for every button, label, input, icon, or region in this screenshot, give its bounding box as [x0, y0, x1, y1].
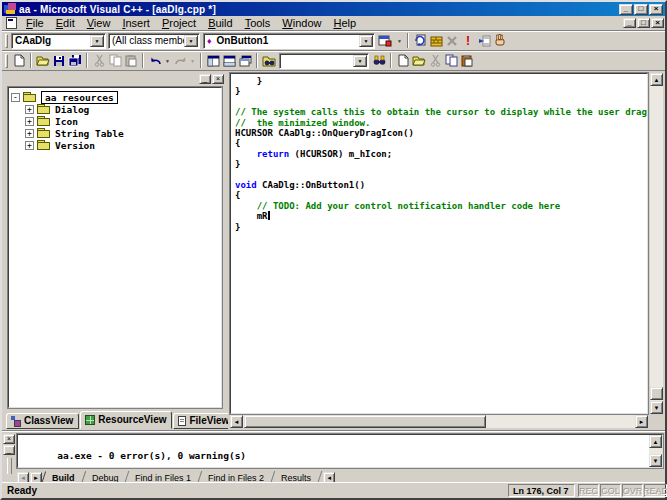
scrollbar-thumb[interactable] — [650, 387, 663, 400]
chevron-down-icon[interactable]: ▼ — [184, 35, 198, 47]
expand-icon[interactable]: + — [25, 117, 34, 126]
members-filter-combo[interactable]: (All class members) ▼ — [108, 33, 200, 49]
output-toggle-button[interactable] — [221, 52, 237, 69]
copy-button[interactable] — [107, 52, 123, 69]
find-in-files-button[interactable] — [261, 52, 277, 69]
scroll-left-icon[interactable]: ◄ — [230, 415, 243, 428]
extra-new-button[interactable] — [395, 52, 411, 69]
go-button[interactable] — [476, 32, 492, 49]
wizard-dropdown-icon[interactable]: ▼ — [395, 32, 404, 49]
tree-root-label[interactable]: aa resources — [41, 91, 118, 104]
undo-button[interactable] — [147, 52, 163, 69]
editor-horizontal-scrollbar[interactable]: ◄ ► — [230, 415, 648, 428]
tree-item-label[interactable]: Dialog — [55, 104, 89, 115]
redo-button[interactable] — [172, 52, 188, 69]
tree-item-dialog[interactable]: + Dialog — [11, 103, 219, 115]
stop-build-icon — [446, 35, 458, 47]
output-close-button[interactable]: × — [3, 434, 15, 444]
chevron-down-icon[interactable]: ▼ — [90, 35, 104, 47]
paste-button[interactable] — [123, 52, 139, 69]
menu-window[interactable]: Window — [276, 16, 327, 30]
dock-gripper[interactable] — [7, 458, 12, 474]
extra-open-button[interactable] — [411, 52, 427, 69]
tab-resourceview[interactable]: ResourceView — [80, 411, 172, 429]
tree-item-icon[interactable]: + Icon — [11, 115, 219, 127]
expand-icon[interactable]: + — [25, 141, 34, 150]
tree-item-label[interactable]: String Table — [55, 128, 124, 139]
search-button[interactable] — [371, 52, 387, 69]
tab-classview[interactable]: ClassView — [6, 413, 79, 429]
undo-dropdown-icon[interactable]: ▼ — [163, 52, 172, 69]
wizard-actions-icon — [378, 34, 392, 47]
tree-item-version[interactable]: + Version — [11, 139, 219, 151]
mdi-restore-button[interactable]: □ — [637, 18, 650, 28]
open-button[interactable] — [35, 52, 51, 69]
extra-copy-button[interactable] — [443, 52, 459, 69]
tree-item-string-table[interactable]: + String Table — [11, 127, 219, 139]
close-button[interactable]: × — [649, 4, 663, 15]
redo-dropdown-icon[interactable]: ▼ — [188, 52, 197, 69]
save-button[interactable] — [51, 52, 67, 69]
chevron-down-icon[interactable]: ▼ — [353, 55, 367, 67]
toolbar-gripper[interactable] — [5, 54, 8, 68]
folder-icon — [37, 128, 51, 138]
workspace-toggle-button[interactable] — [205, 52, 221, 69]
build-button[interactable] — [428, 32, 444, 49]
tree-root-row[interactable]: - aa resources — [11, 91, 219, 103]
output-pin-button[interactable]: _ — [3, 445, 15, 455]
collapse-icon[interactable]: - — [11, 93, 20, 102]
tree-item-label[interactable]: Icon — [55, 116, 78, 127]
expand-icon[interactable]: + — [25, 105, 34, 114]
scroll-down-icon[interactable]: ▼ — [649, 454, 662, 467]
output-pane-side-grip[interactable]: × _ — [3, 434, 16, 470]
mdi-close-button[interactable]: × — [651, 18, 664, 28]
menu-view[interactable]: View — [81, 16, 117, 30]
separator — [407, 33, 409, 48]
menu-tools[interactable]: Tools — [239, 16, 277, 30]
build-output-text[interactable]: aa.exe - 0 error(s), 0 warning(s) — [17, 434, 663, 468]
scroll-right-icon[interactable]: ► — [635, 415, 648, 428]
execute-program-button[interactable]: ! — [460, 32, 476, 49]
expand-icon[interactable]: + — [25, 129, 34, 138]
editor-vertical-scrollbar[interactable]: ▲ ▼ — [650, 73, 663, 414]
mdi-minimize-button[interactable]: _ — [623, 18, 636, 28]
menu-help[interactable]: Help — [327, 16, 362, 30]
workspace-close-button[interactable]: × — [212, 74, 224, 84]
wizard-actions-button[interactable] — [375, 32, 395, 49]
window-list-button[interactable] — [237, 52, 253, 69]
code-area[interactable]: }} // The system calls this to obtain th… — [230, 73, 648, 414]
compile-button[interactable] — [412, 32, 428, 49]
minimize-button[interactable]: _ — [619, 4, 633, 15]
new-document-icon — [398, 54, 409, 67]
class-combo[interactable]: CAaDlg ▼ — [11, 33, 106, 49]
new-text-file-button[interactable] — [11, 52, 27, 69]
extra-paste-button[interactable] — [459, 52, 475, 69]
scroll-up-icon[interactable]: ▲ — [649, 435, 662, 448]
cut-button[interactable] — [91, 52, 107, 69]
find-combo[interactable]: ▼ — [279, 53, 369, 69]
menu-edit[interactable]: Edit — [50, 16, 81, 30]
scroll-down-icon[interactable]: ▼ — [650, 401, 663, 414]
insert-remove-breakpoint-button[interactable] — [492, 32, 508, 49]
menu-build[interactable]: Build — [202, 16, 238, 30]
mdi-document-icon[interactable] — [6, 17, 17, 29]
menu-file[interactable]: File — [20, 16, 50, 30]
tab-fileview[interactable]: FileView — [173, 413, 235, 429]
scrollbar-thumb[interactable] — [244, 415, 486, 428]
restore-button[interactable]: □ — [634, 4, 648, 15]
menu-project[interactable]: Project — [156, 16, 202, 30]
toolbar-gripper[interactable] — [5, 34, 8, 48]
stop-build-button[interactable] — [444, 32, 460, 49]
menu-insert[interactable]: Insert — [116, 16, 156, 30]
tree-item-label[interactable]: Version — [55, 140, 95, 151]
save-all-button[interactable] — [67, 52, 83, 69]
workspace-pane: _ × - aa resources + Dialog + Icon — [4, 71, 226, 430]
chevron-down-icon[interactable]: ▼ — [359, 35, 373, 47]
extra-cut-button[interactable] — [427, 52, 443, 69]
output-vertical-scrollbar[interactable]: ▲ ▼ — [649, 435, 662, 467]
workspace-pane-header[interactable]: _ × — [6, 73, 224, 85]
dock-pin-button[interactable]: _ — [199, 74, 211, 84]
indicator-ovr: OVR — [622, 484, 643, 497]
function-combo[interactable]: ♦ OnButton1 ▼ — [203, 33, 375, 49]
scroll-up-icon[interactable]: ▲ — [650, 73, 663, 86]
